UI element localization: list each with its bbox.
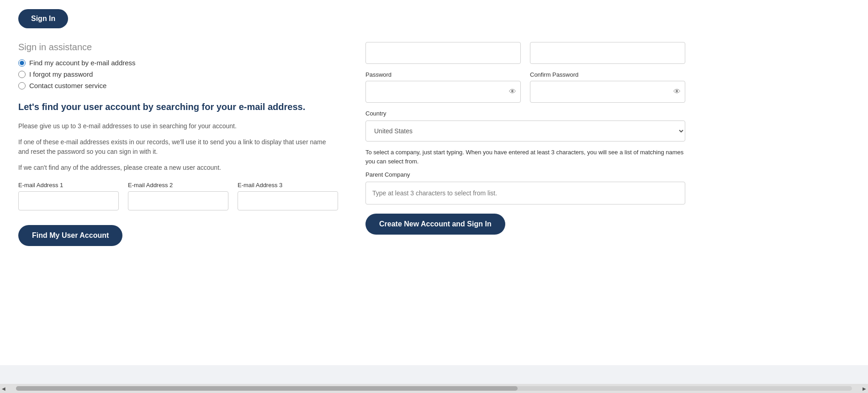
name-fields-row [365, 42, 685, 64]
page-wrapper: Sign In Sign in assistance Find my accou… [0, 0, 868, 365]
email-field-group-2: E-mail Address 2 [128, 182, 228, 210]
password-label: Password [365, 71, 521, 78]
email-input-2[interactable] [128, 191, 228, 210]
radio-find-email-input[interactable] [18, 59, 26, 67]
radio-forgot-password[interactable]: I forgot my password [18, 70, 338, 78]
email-field-group-3: E-mail Address 3 [238, 182, 338, 210]
parent-company-input[interactable] [365, 182, 685, 204]
first-name-field-group [365, 42, 521, 64]
email-input-3[interactable] [238, 191, 338, 210]
email-field-group-1: E-mail Address 1 [18, 182, 119, 210]
country-select[interactable]: United States Canada United Kingdom Aust… [365, 121, 685, 141]
sign-in-button[interactable]: Sign In [18, 9, 68, 28]
radio-contact-service[interactable]: Contact customer service [18, 82, 338, 89]
first-name-input[interactable] [365, 42, 521, 64]
top-bar: Sign In [18, 9, 850, 28]
parent-company-label: Parent Company [365, 171, 685, 178]
radio-find-email-label: Find my account by e-mail address [29, 59, 136, 67]
confirm-password-label: Confirm Password [530, 71, 685, 78]
email-label-3: E-mail Address 3 [238, 182, 338, 189]
email-label-1: E-mail Address 1 [18, 182, 119, 189]
description-text-2: If one of these e-mail addresses exists … [18, 137, 338, 157]
last-name-input[interactable] [530, 42, 685, 64]
email-label-2: E-mail Address 2 [128, 182, 228, 189]
radio-contact-service-input[interactable] [18, 82, 26, 89]
email-fields-row: E-mail Address 1 E-mail Address 2 E-mail… [18, 182, 338, 210]
find-account-heading: Let's find your user account by searchin… [18, 100, 338, 113]
radio-contact-service-label: Contact customer service [29, 82, 106, 89]
radio-find-email[interactable]: Find my account by e-mail address [18, 59, 338, 67]
scrollbar-thumb[interactable] [16, 386, 518, 391]
password-label-row: Password Confirm Password [365, 71, 685, 78]
radio-group: Find my account by e-mail address I forg… [18, 59, 338, 89]
password-fields-row: 👁 👁 [365, 81, 685, 103]
description-text-1: Please give us up to 3 e-mail addresses … [18, 121, 338, 131]
confirm-password-input[interactable] [530, 81, 685, 103]
radio-forgot-password-input[interactable] [18, 71, 26, 78]
radio-forgot-password-label: I forgot my password [29, 70, 93, 78]
confirm-password-eye-icon[interactable]: 👁 [673, 88, 681, 96]
email-input-1[interactable] [18, 191, 119, 210]
description-text-3: If we can't find any of the addresses, p… [18, 163, 338, 173]
scroll-left-arrow[interactable]: ◀ [0, 385, 7, 392]
company-hint-text: To select a company, just start typing. … [365, 148, 685, 166]
scroll-right-arrow[interactable]: ▶ [861, 385, 868, 392]
password-field-wrapper: 👁 [365, 81, 521, 103]
password-eye-icon[interactable]: 👁 [509, 88, 516, 96]
right-panel: Password Confirm Password 👁 👁 Country Un… [365, 42, 685, 246]
last-name-field-group [530, 42, 685, 64]
main-content: Sign in assistance Find my account by e-… [18, 37, 850, 246]
country-label: Country [365, 110, 685, 117]
create-new-account-button[interactable]: Create New Account and Sign In [365, 214, 505, 235]
password-input[interactable] [365, 81, 521, 103]
sign-in-assistance-title: Sign in assistance [18, 42, 338, 52]
left-panel: Sign in assistance Find my account by e-… [18, 42, 338, 246]
confirm-password-field-wrapper: 👁 [530, 81, 685, 103]
horizontal-scrollbar[interactable]: ◀ ▶ [0, 384, 868, 393]
find-my-user-account-button[interactable]: Find My User Account [18, 225, 122, 246]
scrollbar-track[interactable] [16, 386, 852, 391]
